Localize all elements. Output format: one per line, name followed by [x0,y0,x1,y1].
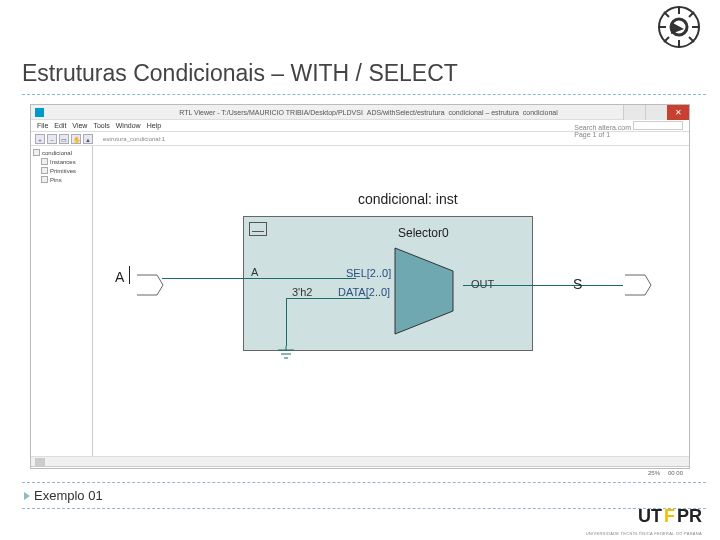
utfpr-text-f: F [664,506,675,527]
utfpr-text-2: PR [677,506,702,527]
institution-emblem [656,4,702,50]
slide-title: Estruturas Condicionais – WITH / SELECT [22,60,458,87]
menu-edit[interactable]: Edit [54,122,66,129]
sel-port-label: SEL[2..0] [346,267,391,279]
wire-out [463,285,623,286]
horizontal-scrollbar[interactable] [31,456,689,466]
menu-view[interactable]: View [72,122,87,129]
divider [22,94,706,95]
folder-icon [41,176,48,183]
svg-line-7 [689,37,694,42]
tool-fit-icon[interactable]: ▭ [59,134,69,144]
folder-icon [41,158,48,165]
out-port-label: OUT [471,278,494,290]
close-button[interactable]: ✕ [667,105,689,120]
netlist-navigator: condicional Instances Primitives Pins [31,146,93,456]
output-pin-s-icon [621,271,653,299]
schematic: condicional: inst Selector0 A A SEL[2..0… [113,186,673,386]
input-pin-a-icon [133,271,165,299]
block-handle-icon [249,222,267,236]
search-input[interactable] [633,121,683,130]
window-titlebar: RTL Viewer - T:/Users/MAURICIO TRIBIA/De… [31,105,689,120]
wire-data [286,298,370,299]
tree-root[interactable]: condicional [33,148,90,157]
utfpr-text-1: UT [638,506,662,527]
svg-line-9 [664,37,669,42]
menu-window[interactable]: Window [116,122,141,129]
page-label: Page [574,131,590,138]
status-zoom: 25% [648,470,660,476]
svg-line-6 [664,12,669,17]
status-bar: 25% 00 00 [31,466,689,478]
status-coords: 00 00 [668,470,683,476]
bullet-icon [24,492,30,500]
tool-zoom-out-icon[interactable]: − [47,134,57,144]
data-port-label: DATA[2..0] [338,286,390,298]
minimize-button[interactable] [623,105,645,120]
svg-marker-14 [395,248,453,334]
search-label: Search altera.com [574,124,631,131]
app-icon [35,108,44,117]
port-a-label: A [115,269,124,285]
module-icon [33,149,40,156]
tool-hand-icon[interactable]: ✋ [71,134,81,144]
schematic-canvas[interactable]: condicional: inst Selector0 A A SEL[2..0… [93,146,689,456]
scroll-thumb[interactable] [35,458,45,466]
menu-help[interactable]: Help [147,122,161,129]
mux-symbol-icon[interactable] [393,246,465,336]
utfpr-logo: UTFPR [638,502,702,530]
divider [22,508,706,509]
selector-label: Selector0 [398,226,449,240]
divider [22,482,706,483]
page-of: 1 of 1 [593,131,611,138]
example-label: Exemplo 01 [34,488,103,503]
menu-tools[interactable]: Tools [93,122,109,129]
utfpr-subtitle: UNIVERSIDADE TECNOLÓGICA FEDERAL DO PARA… [586,531,702,536]
svg-line-8 [689,12,694,17]
wire-a-internal [244,278,356,279]
search-area: Search altera.com Page 1 of 1 [574,121,683,138]
tool-zoom-in-icon[interactable]: + [35,134,45,144]
menu-file[interactable]: File [37,122,48,129]
rtl-viewer-window: RTL Viewer - T:/Users/MAURICIO TRIBIA/De… [30,104,690,469]
tool-select-icon[interactable]: ▲ [83,134,93,144]
wire-gnd [286,298,287,346]
tree-primitives[interactable]: Primitives [33,166,90,175]
window-title: RTL Viewer - T:/Users/MAURICIO TRIBIA/De… [48,109,689,116]
tree-instances[interactable]: Instances [33,157,90,166]
maximize-button[interactable] [645,105,667,120]
tab-label: estrutura_condicional:1 [103,136,165,142]
ground-symbol-icon [276,346,296,362]
folder-icon [41,167,48,174]
text-cursor [129,266,130,284]
wire-a-external [162,278,244,279]
tree-pins[interactable]: Pins [33,175,90,184]
port-s-label: S [573,276,582,292]
net-a-label: A [251,266,258,278]
constant-label: 3'h2 [292,286,312,298]
instance-label: condicional: inst [358,191,458,207]
